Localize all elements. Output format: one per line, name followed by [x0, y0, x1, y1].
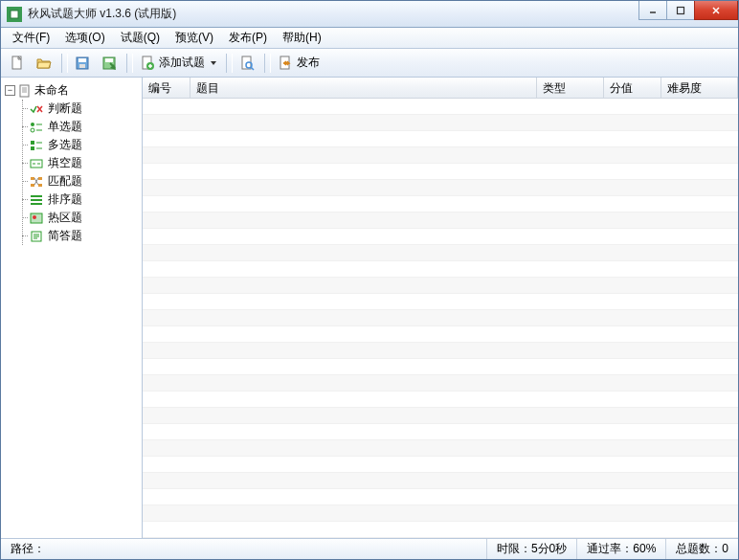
- svg-rect-41: [31, 199, 42, 201]
- judge-icon: [29, 102, 44, 116]
- menu-preview[interactable]: 预览(V): [168, 28, 221, 48]
- svg-rect-37: [38, 184, 42, 187]
- toolbar-separator: [264, 54, 265, 73]
- table-row: [143, 261, 738, 278]
- statusbar: 路径： 时限：5分0秒 通过率：60% 总题数：0: [1, 538, 738, 559]
- tree-root-node[interactable]: − 未命名: [3, 81, 140, 100]
- svg-point-44: [33, 215, 36, 219]
- table-row: [143, 213, 738, 229]
- open-button[interactable]: [32, 52, 56, 75]
- svg-rect-31: [31, 160, 42, 168]
- tree-item-multi[interactable]: 多选题: [23, 136, 140, 154]
- tree-item-match[interactable]: 匹配题: [23, 172, 140, 190]
- tree-item-label: 简答题: [48, 228, 82, 244]
- minimize-button[interactable]: [638, 1, 667, 20]
- table-row: [143, 440, 738, 457]
- tree-item-label: 单选题: [48, 119, 82, 135]
- table-row: [143, 294, 738, 310]
- multi-choice-icon: [29, 139, 44, 152]
- table-row: [143, 408, 738, 424]
- svg-rect-40: [31, 195, 42, 197]
- match-icon: [29, 175, 44, 189]
- status-total: 总题数：0: [666, 539, 738, 559]
- tree-item-single[interactable]: 单选题: [23, 118, 140, 136]
- table-row: [143, 457, 738, 473]
- tree-item-essay[interactable]: 简答题: [23, 227, 140, 245]
- chevron-down-icon: [211, 61, 216, 65]
- svg-rect-10: [105, 58, 113, 62]
- table-row: [143, 343, 738, 359]
- window-title: 秋风试题大师 v1.3.6 (试用版): [28, 6, 639, 22]
- col-type[interactable]: 类型: [537, 78, 604, 98]
- menu-file[interactable]: 文件(F): [5, 28, 57, 48]
- tree-item-label: 排序题: [48, 191, 82, 208]
- table-row: [143, 278, 738, 294]
- menu-options[interactable]: 选项(O): [57, 28, 112, 48]
- tree-item-hotzone[interactable]: 热区题: [23, 209, 140, 227]
- menu-help[interactable]: 帮助(H): [275, 28, 329, 48]
- tree-item-label: 匹配题: [48, 173, 82, 190]
- svg-rect-35: [38, 177, 42, 180]
- svg-rect-0: [11, 11, 18, 18]
- menu-publish[interactable]: 发布(P): [221, 28, 275, 48]
- table-row: [143, 424, 738, 440]
- table-row: [143, 164, 738, 180]
- table-row: [143, 310, 738, 326]
- add-question-button[interactable]: 添加试题: [135, 52, 221, 75]
- tree-item-sort[interactable]: 排序题: [23, 190, 140, 209]
- app-window: 秋风试题大师 v1.3.6 (试用版) 文件(F) 选项(O) 试题(Q) 预览…: [0, 0, 739, 560]
- table-row: [143, 375, 738, 392]
- table-body[interactable]: [143, 99, 738, 538]
- toolbar-separator: [61, 54, 62, 73]
- svg-rect-8: [79, 64, 85, 68]
- svg-rect-42: [31, 203, 42, 205]
- svg-point-25: [31, 128, 34, 132]
- sidebar-tree[interactable]: − 未命名 判断题 单选题 多选题: [1, 78, 143, 538]
- svg-rect-27: [31, 141, 34, 145]
- table-row: [143, 147, 738, 164]
- col-number[interactable]: 编号: [143, 78, 190, 98]
- app-icon: [7, 7, 22, 22]
- blank-icon: [29, 157, 44, 170]
- status-path-label: 路径：: [11, 541, 45, 557]
- table-row: [143, 131, 738, 147]
- menu-questions[interactable]: 试题(Q): [113, 28, 168, 48]
- table-row: [143, 115, 738, 131]
- preview-icon: [239, 56, 255, 71]
- svg-rect-19: [20, 85, 29, 97]
- tree-item-blank[interactable]: 填空题: [23, 154, 140, 172]
- save-as-icon: [101, 56, 117, 71]
- body-area: − 未命名 判断题 单选题 多选题: [1, 78, 738, 538]
- titlebar: 秋风试题大师 v1.3.6 (试用版): [1, 1, 738, 28]
- tree-item-judge[interactable]: 判断题: [23, 100, 140, 118]
- col-difficulty[interactable]: 难易度: [661, 78, 738, 98]
- col-title[interactable]: 题目: [190, 78, 537, 98]
- collapse-icon[interactable]: −: [5, 85, 15, 96]
- document-icon: [17, 84, 33, 98]
- table-row: [143, 245, 738, 261]
- menubar: 文件(F) 选项(O) 试题(Q) 预览(V) 发布(P) 帮助(H): [1, 28, 738, 49]
- publish-label: 发布: [297, 55, 320, 71]
- single-choice-icon: [29, 121, 44, 134]
- table-header: 编号 题目 类型 分值 难易度: [143, 78, 738, 99]
- save-as-button[interactable]: [97, 52, 122, 75]
- close-button[interactable]: [694, 1, 738, 20]
- open-folder-icon: [36, 56, 52, 71]
- new-button[interactable]: [5, 52, 30, 75]
- preview-button[interactable]: [235, 52, 259, 75]
- tree-item-label: 多选题: [48, 137, 82, 153]
- maximize-button[interactable]: [666, 1, 695, 20]
- table-row: [143, 359, 738, 375]
- tree-item-label: 判断题: [48, 101, 82, 117]
- table-row: [143, 326, 738, 343]
- svg-point-23: [31, 123, 34, 126]
- save-icon: [75, 56, 90, 71]
- table-row: [143, 505, 738, 522]
- status-pass-rate: 通过率：60%: [577, 539, 666, 559]
- table-row: [143, 473, 738, 489]
- publish-button[interactable]: 发布: [273, 52, 325, 75]
- save-button[interactable]: [70, 52, 95, 75]
- col-score[interactable]: 分值: [604, 78, 661, 98]
- sort-icon: [29, 193, 44, 207]
- new-file-icon: [10, 56, 25, 71]
